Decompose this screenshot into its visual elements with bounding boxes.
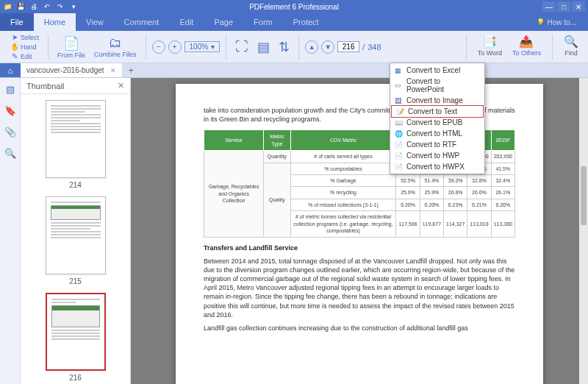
qat-undo-icon[interactable]: ↶ [43, 2, 51, 11]
thumbnail-label: 214 [69, 181, 82, 189]
scrollbar-thumb[interactable] [581, 166, 587, 225]
edit-tool[interactable]: ✎Edit [10, 51, 32, 61]
page-number-input[interactable] [337, 41, 359, 52]
doc-body-text: Landfill gas collection continues increa… [204, 324, 515, 333]
convert-to-text[interactable]: 📝Convert to Text [391, 105, 484, 118]
epub-icon: 📖 [395, 119, 403, 127]
from-file-button[interactable]: 📄From File [54, 31, 88, 63]
fit-page-icon: ⛶ [235, 39, 248, 54]
scroll-button[interactable]: ⇅ [276, 31, 293, 63]
zoom-level-select[interactable]: 100%▾ [184, 41, 220, 52]
image-icon: 🖼 [395, 97, 403, 104]
thumbnail-216[interactable]: 216 [21, 293, 130, 382]
find-button[interactable]: 🔍Find [562, 35, 581, 60]
scroll-icon: ⇅ [279, 39, 290, 55]
page-total: 348 [368, 43, 381, 51]
convert-to-excel[interactable]: ▦Convert to Excel [390, 65, 484, 76]
close-tab-icon[interactable]: ✕ [110, 67, 116, 74]
menu-protect[interactable]: Protect [283, 13, 329, 31]
close-thumbnails-icon[interactable]: ✕ [118, 81, 124, 90]
maximize-button[interactable]: □ [557, 1, 570, 12]
rtf-icon: 📄 [395, 141, 403, 149]
page-layout-icon: ▤ [257, 39, 270, 55]
qat-more-icon[interactable]: ▾ [69, 2, 78, 11]
minimize-button[interactable]: — [542, 1, 556, 12]
add-tab-button[interactable]: + [123, 65, 140, 76]
to-others-button[interactable]: 📤To Others [510, 35, 543, 60]
menu-comment[interactable]: Comment [114, 13, 170, 31]
thumbnails-panel-icon[interactable]: ▧ [6, 84, 15, 95]
convert-to-image[interactable]: 🖼Convert to Image [390, 95, 484, 106]
menu-page[interactable]: Page [204, 13, 243, 31]
html-icon: 🌐 [395, 130, 403, 138]
convert-to-epub[interactable]: 📖Convert to EPUB [390, 117, 484, 128]
text-icon: 📝 [396, 108, 404, 115]
menu-form[interactable]: Form [243, 13, 283, 31]
thumbnail-214[interactable]: 214 [21, 100, 130, 189]
chevron-down-icon: ▾ [211, 43, 215, 51]
excel-icon: ▦ [395, 67, 403, 74]
convert-to-rtf[interactable]: 📄Convert to RTF [390, 139, 484, 150]
zoom-in-button[interactable]: + [168, 40, 182, 54]
fit-page-button[interactable]: ⛶ [232, 31, 251, 63]
convert-to-powerpoint[interactable]: ▭Convert to PowerPoint [390, 76, 484, 95]
menu-home[interactable]: Home [34, 13, 76, 31]
export-icon: 📤 [519, 35, 534, 49]
to-word-button[interactable]: 📑To Word [476, 35, 504, 60]
menu-file[interactable]: File [0, 13, 34, 31]
qat-open-icon[interactable]: 📁 [3, 2, 12, 11]
document-tab[interactable]: vancouver-2016-budget✕ [21, 63, 123, 77]
cursor-icon: ➤ [10, 33, 18, 41]
thumbnail-panel-title: Thumbnail [26, 82, 64, 90]
search-panel-icon[interactable]: 🔍 [4, 148, 16, 159]
edit-icon: ✎ [10, 52, 18, 60]
combine-icon: 🗂 [109, 35, 122, 51]
hand-tool[interactable]: ✋Hand [10, 42, 37, 51]
hwpx-icon: 📄 [395, 163, 403, 171]
home-icon: ⌂ [8, 66, 13, 75]
convert-to-html[interactable]: 🌐Convert to HTML [390, 128, 484, 139]
menu-view[interactable]: View [76, 13, 114, 31]
qat-print-icon[interactable]: 🖨 [29, 2, 38, 11]
attachments-panel-icon[interactable]: 📎 [4, 127, 16, 138]
doc-body-text: Between 2014 and 2015, total tonnage dis… [204, 257, 515, 319]
zoom-out-button[interactable]: − [152, 40, 165, 54]
page-down-button[interactable]: ▼ [321, 40, 334, 54]
page-sep: / [362, 43, 365, 51]
document-page: take into consideration population growt… [176, 84, 543, 384]
search-icon: 🔍 [564, 35, 578, 49]
bookmarks-panel-icon[interactable]: 🔖 [4, 105, 16, 116]
convert-dropdown-menu: ▦Convert to Excel ▭Convert to PowerPoint… [390, 63, 485, 174]
section-heading: Transfers and Landfill Service [204, 243, 515, 252]
qat-save-icon[interactable]: 💾 [16, 2, 25, 11]
qat-redo-icon[interactable]: ↷ [56, 2, 65, 11]
app-title: PDFelement 6 Professional [249, 3, 339, 11]
word-icon: 📑 [482, 35, 497, 49]
vertical-scrollbar[interactable] [579, 78, 588, 384]
convert-to-hwpx[interactable]: 📄Convert to HWPX [390, 161, 484, 172]
hwp-icon: 📄 [395, 152, 403, 160]
convert-to-hwp[interactable]: 📄Convert to HWP [390, 150, 484, 161]
thumbnail-215[interactable]: 215 [21, 196, 130, 285]
ppt-icon: ▭ [395, 82, 403, 89]
file-plus-icon: 📄 [63, 35, 79, 51]
thumbnail-label: 215 [69, 277, 82, 285]
hand-icon: ✋ [10, 43, 18, 51]
page-layout-button[interactable]: ▤ [254, 31, 273, 63]
thumbnail-label: 216 [69, 374, 82, 382]
close-button[interactable]: ✕ [572, 1, 585, 12]
page-up-button[interactable]: ▲ [305, 40, 318, 54]
select-tool[interactable]: ➤Select [10, 32, 39, 42]
home-tab-button[interactable]: ⌂ [0, 63, 21, 77]
menu-edit[interactable]: Edit [169, 13, 204, 31]
combine-files-button[interactable]: 🗂Combine Files [91, 31, 140, 63]
how-to-link[interactable]: How to... [537, 18, 576, 26]
